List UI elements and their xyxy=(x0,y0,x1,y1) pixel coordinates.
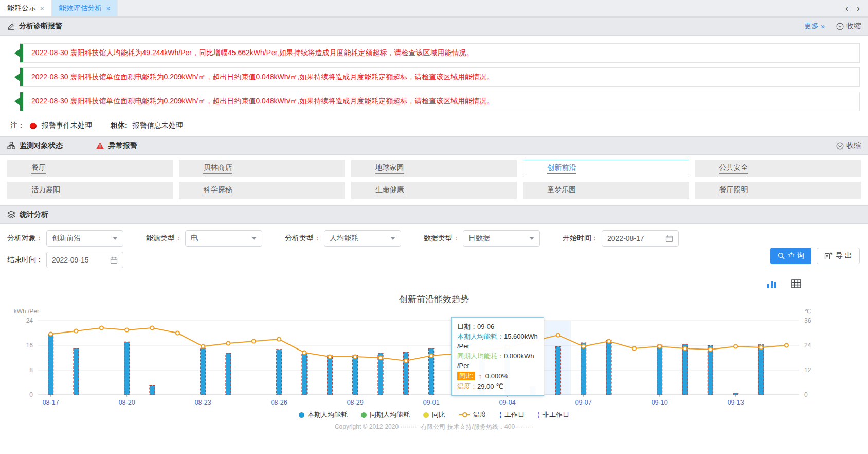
close-icon[interactable]: × xyxy=(40,5,44,12)
legend-note: 注： 报警事件未处理 粗体: 报警信息未处理 xyxy=(0,116,868,136)
pencil-icon xyxy=(7,22,15,30)
chart-legend: 本期人均能耗同期人均能耗同比温度工作日非工作日 xyxy=(0,409,868,421)
building-button[interactable]: 创新前沿 xyxy=(523,160,689,177)
svg-text:09-04: 09-04 xyxy=(499,399,516,406)
svg-text:0: 0 xyxy=(29,391,33,398)
alert-list: 2022-08-30 襄阳科技馆人均能耗为49.244kWh/Per，同比增幅4… xyxy=(0,36,868,111)
building-button[interactable]: 生命健康 xyxy=(351,182,517,199)
legend-marker-icon xyxy=(299,412,304,418)
legend-marker-icon xyxy=(538,412,539,418)
energy-trend-chart: 创新前沿能效趋势 0816240122436kWh /Per℃08-1708-2… xyxy=(0,293,868,421)
excel-export-icon xyxy=(824,252,833,260)
legend-item-4[interactable]: 温度 xyxy=(459,410,486,420)
legend-label: 同比 xyxy=(432,410,445,420)
chevron-down-circle-icon xyxy=(836,23,844,30)
legend-label: 本期人均能耗 xyxy=(308,410,348,420)
chevron-down-icon xyxy=(113,237,118,240)
filter-label: 结束时间： xyxy=(7,255,43,265)
tab-label: 能耗公示 xyxy=(7,4,36,13)
svg-text:08-29: 08-29 xyxy=(347,399,364,406)
tab-scroll-left-icon[interactable]: ‹ xyxy=(845,3,848,14)
svg-text:24: 24 xyxy=(804,342,811,349)
building-button[interactable]: 科学探秘 xyxy=(179,182,345,199)
chevron-down-circle-icon xyxy=(836,142,844,150)
filter-value: 人均能耗 xyxy=(330,234,358,243)
svg-text:8: 8 xyxy=(29,366,33,374)
alert-flag-icon xyxy=(20,44,23,62)
filter-value: 2022-08-17 xyxy=(607,234,644,242)
chevron-down-icon xyxy=(390,237,395,240)
legend-item-2[interactable]: 同期人均能耗 xyxy=(361,410,410,420)
tab-energy-publicity[interactable]: 能耗公示× xyxy=(0,0,52,16)
svg-text:℃: ℃ xyxy=(804,308,811,315)
date-input[interactable]: 2022-08-17 xyxy=(602,230,679,247)
footer-copyright: Copyright © 2012-2020 ··········有限公司 技术支… xyxy=(0,421,868,431)
search-icon xyxy=(777,252,785,259)
svg-text:08-23: 08-23 xyxy=(195,399,211,406)
building-button[interactable]: 地球家园 xyxy=(351,160,517,177)
collapse-monitor-button[interactable]: 收缩 xyxy=(836,141,861,150)
filter-4: 开始时间：2022-08-17 xyxy=(563,230,679,247)
chart-plot[interactable]: 0816240122436kWh /Per℃08-1708-2008-2308-… xyxy=(7,306,861,409)
building-label: 地球家园 xyxy=(375,163,404,174)
tooltip-yoy: 同比: ↑ 0.000% xyxy=(457,371,538,381)
filter-0: 分析对象：创新前沿 xyxy=(7,230,123,247)
layers-icon xyxy=(7,211,15,219)
building-button[interactable]: 餐厅照明 xyxy=(695,182,861,199)
chart-view-toggles xyxy=(0,275,868,293)
legend-item-6[interactable]: 非工作日 xyxy=(538,410,569,420)
building-button[interactable]: 童梦乐园 xyxy=(523,182,689,199)
close-icon[interactable]: × xyxy=(106,5,111,12)
bar-chart-view-icon[interactable] xyxy=(767,279,777,290)
alert-row: 2022-08-30 襄阳科技馆单位面积电能耗为0.209kWh/㎡，超出日约束… xyxy=(20,67,860,87)
stats-filter-panel: 分析对象：创新前沿能源类型：电分析类型：人均能耗数据类型：日数据开始时间：202… xyxy=(0,224,868,275)
legend-item-1[interactable]: 本期人均能耗 xyxy=(299,410,348,420)
calendar-icon xyxy=(110,256,118,264)
monitor-section-header: 监测对象状态 异常报警 收缩 xyxy=(0,136,868,155)
page: 能耗公示×能效评估分析× ‹ › 分析诊断报警 更多» 收缩 2022-08-3… xyxy=(0,0,868,454)
legend-label: 温度 xyxy=(473,410,486,420)
filter-5: 结束时间：2022-09-15 xyxy=(7,252,123,268)
note-unhandled-event: 报警事件未处理 xyxy=(42,121,92,130)
legend-label: 工作日 xyxy=(504,410,525,420)
collapse-alerts-button[interactable]: 收缩 xyxy=(836,22,861,31)
legend-label: 非工作日 xyxy=(542,410,569,420)
note-bold-label: 粗体: xyxy=(111,121,128,130)
svg-text:08-26: 08-26 xyxy=(271,399,287,406)
legend-label: 同期人均能耗 xyxy=(370,410,410,420)
building-button[interactable]: 贝林商店 xyxy=(179,160,345,177)
building-button[interactable]: 公共安全 xyxy=(695,160,861,177)
tab-label: 能效评估分析 xyxy=(59,4,102,13)
legend-marker-icon xyxy=(361,412,367,418)
select-input[interactable]: 创新前沿 xyxy=(46,230,123,247)
tab-scroll-right-icon[interactable]: › xyxy=(857,3,860,14)
more-link[interactable]: 更多» xyxy=(804,22,825,31)
query-button[interactable]: 查 询 xyxy=(770,248,811,264)
alert-message: 2022-08-30 襄阳科技馆单位面积电能耗为0.209kWh/㎡，超出日约束… xyxy=(31,73,494,82)
select-input[interactable]: 人均能耗 xyxy=(324,230,401,247)
tab-efficiency-analysis[interactable]: 能效评估分析× xyxy=(52,0,118,16)
filter-2: 分析类型：人均能耗 xyxy=(285,230,401,247)
tooltip-temperature: 温度：29.00 ℃ xyxy=(457,381,538,391)
export-button[interactable]: 导 出 xyxy=(817,248,860,264)
stats-section-header: 统计分析 xyxy=(0,205,868,224)
legend-item-3[interactable]: 同比 xyxy=(423,410,445,420)
building-label: 贝林商店 xyxy=(203,163,232,174)
building-label: 童梦乐园 xyxy=(547,185,576,196)
filter-1: 能源类型：电 xyxy=(146,230,262,247)
up-arrow-icon: ↑ xyxy=(478,371,482,381)
svg-text:0: 0 xyxy=(804,391,808,398)
select-input[interactable]: 日数据 xyxy=(463,230,540,247)
filter-value: 电 xyxy=(191,234,198,243)
building-button[interactable]: 活力襄阳 xyxy=(7,182,173,199)
date-input[interactable]: 2022-09-15 xyxy=(46,252,123,268)
chevron-down-icon xyxy=(529,237,534,240)
building-button[interactable]: 餐厅 xyxy=(7,160,173,177)
stats-section-title: 统计分析 xyxy=(20,210,48,219)
legend-item-5[interactable]: 工作日 xyxy=(500,410,525,420)
table-view-icon[interactable] xyxy=(791,279,801,290)
svg-text:24: 24 xyxy=(26,317,33,324)
select-input[interactable]: 电 xyxy=(185,230,262,247)
legend-marker-icon xyxy=(459,414,470,415)
svg-text:08-20: 08-20 xyxy=(119,399,135,406)
